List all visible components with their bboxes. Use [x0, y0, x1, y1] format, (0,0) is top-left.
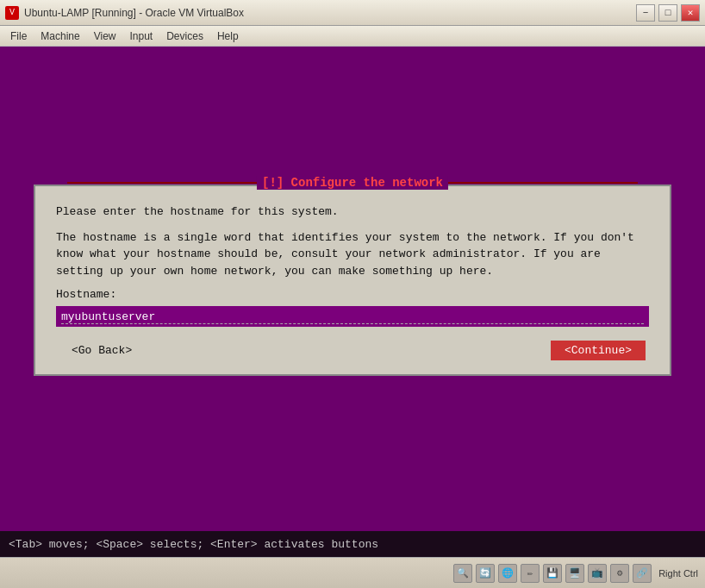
menu-input[interactable]: Input [123, 28, 160, 44]
tray-icon-search[interactable]: 🔍 [453, 564, 472, 583]
tray-icon-display[interactable]: 🖥️ [565, 564, 584, 583]
statusbar-text: <Tab> moves; <Space> selects; <Enter> ac… [9, 538, 696, 551]
menubar: File Machine View Input Devices Help [0, 26, 705, 47]
close-button[interactable]: ✕ [681, 4, 700, 22]
menu-devices[interactable]: Devices [159, 28, 210, 44]
tray-icon-settings[interactable]: ⚙️ [610, 564, 629, 583]
menu-help[interactable]: Help [210, 28, 246, 44]
dialog-title-line-left [67, 182, 257, 184]
go-back-button[interactable]: <Go Back> [59, 341, 144, 360]
dialog-buttons: <Go Back> <Continue> [56, 341, 649, 360]
dialog-title: [!] Configure the network [257, 176, 448, 190]
statusbar: <Tab> moves; <Space> selects; <Enter> ac… [0, 531, 705, 557]
system-tray: 🔍 🔄 🌐 ✏️ 💾 🖥️ 📺 ⚙️ 🔗 Right Ctrl [0, 557, 705, 588]
tray-icon-vbox[interactable]: 🔗 [633, 564, 652, 583]
restore-button[interactable]: □ [658, 4, 677, 22]
tray-icon-network[interactable]: 🌐 [498, 564, 517, 583]
minimize-button[interactable]: − [636, 4, 655, 22]
dialog-paragraph1: Please enter the hostname for this syste… [56, 203, 649, 221]
menu-view[interactable]: View [87, 28, 123, 44]
titlebar: V Ubuntu-LAMP [Running] - Oracle VM Virt… [0, 0, 705, 26]
menu-machine[interactable]: Machine [34, 28, 86, 44]
hostname-input-container [56, 306, 649, 327]
dialog-title-line-right [448, 182, 638, 184]
window-title: Ubuntu-LAMP [Running] - Oracle VM Virtua… [24, 7, 636, 19]
configure-network-dialog: [!] Configure the network Please enter t… [34, 185, 671, 376]
tray-icon-monitor[interactable]: 📺 [588, 564, 607, 583]
menu-file[interactable]: File [3, 28, 34, 44]
dialog-content: Please enter the hostname for this syste… [35, 186, 670, 374]
right-ctrl-label: Right Ctrl [658, 568, 698, 579]
window-controls: − □ ✕ [636, 4, 700, 22]
hostname-input[interactable] [61, 310, 644, 324]
vm-display-area: [!] Configure the network Please enter t… [0, 47, 705, 531]
hostname-label: Hostname: [56, 288, 649, 301]
dialog-paragraph2: The hostname is a single word that ident… [56, 229, 649, 280]
tray-icon-save[interactable]: 💾 [543, 564, 562, 583]
app-icon: V [5, 6, 19, 20]
continue-button[interactable]: <Continue> [551, 341, 646, 360]
tray-icon-refresh[interactable]: 🔄 [476, 564, 495, 583]
dialog-title-bar: [!] Configure the network [67, 176, 638, 190]
tray-icon-edit[interactable]: ✏️ [521, 564, 540, 583]
